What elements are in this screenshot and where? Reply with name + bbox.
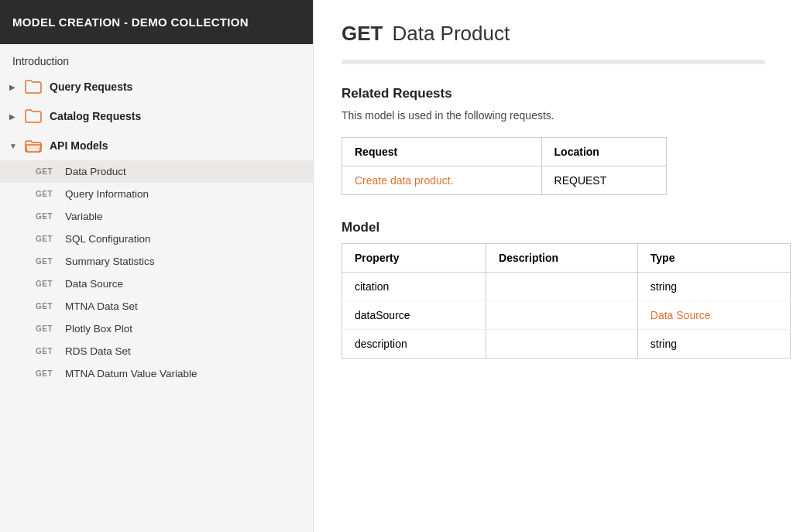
- sidebar-item-label: Variable: [65, 211, 103, 222]
- page-title-row: GET Data Product: [342, 22, 765, 46]
- sidebar-intro: Introduction: [0, 44, 313, 72]
- related-request-location: REQUEST: [541, 166, 666, 195]
- get-badge: GET: [36, 190, 57, 198]
- table-row: description string: [342, 330, 791, 359]
- sidebar-item-variable[interactable]: GET Variable: [0, 205, 313, 228]
- divider-bar: [342, 60, 765, 64]
- page-title-name: Data Product: [392, 22, 510, 46]
- model-table: Property Description Type citation strin…: [342, 243, 791, 359]
- related-requests-title: Related Requests: [342, 86, 765, 101]
- table-row: citation string: [342, 273, 791, 301]
- page-title-get: GET: [342, 22, 383, 46]
- sidebar-item-plotly-box-plot[interactable]: GET Plotly Box Plot: [0, 317, 313, 340]
- get-badge: GET: [36, 302, 57, 311]
- sidebar-item-mtna-data-set[interactable]: GET MTNA Data Set: [0, 295, 313, 317]
- sidebar-section-label: API Models: [50, 139, 108, 152]
- sidebar: MODEL CREATION - DEMO COLLECTION Introdu…: [0, 0, 314, 532]
- sidebar-item-label: Data Product: [65, 166, 126, 177]
- model-description-description: [486, 330, 638, 359]
- model-description-citation: [486, 273, 638, 301]
- sidebar-item-label: Summary Statistics: [65, 256, 155, 267]
- get-badge: GET: [36, 347, 57, 355]
- sidebar-section-label: Catalog Requests: [50, 110, 141, 122]
- get-badge: GET: [36, 280, 57, 288]
- sidebar-item-mtna-datum-value-variable[interactable]: GET MTNA Datum Value Variable: [0, 362, 313, 385]
- get-badge: GET: [36, 257, 57, 266]
- chevron-icon: ▶: [9, 112, 17, 121]
- chevron-icon: ▼: [9, 142, 17, 150]
- model-property-description: description: [342, 330, 486, 359]
- sidebar-item-rds-data-set[interactable]: GET RDS Data Set: [0, 340, 313, 362]
- related-request-link-cell[interactable]: Create data product.: [342, 166, 542, 195]
- sidebar-item-query-information[interactable]: GET Query Information: [0, 183, 313, 205]
- get-badge: GET: [36, 212, 57, 221]
- model-type-description: string: [637, 330, 790, 359]
- create-data-product-link[interactable]: Create data product.: [355, 174, 454, 187]
- sidebar-item-data-source[interactable]: GET Data Source: [0, 273, 313, 295]
- get-badge: GET: [36, 235, 57, 243]
- model-type-citation: string: [637, 273, 790, 301]
- model-property-datasource: dataSource: [342, 301, 486, 330]
- main-content: GET Data Product Related Requests This m…: [314, 0, 793, 532]
- sidebar-item-catalog-requests[interactable]: ▶ Catalog Requests: [0, 101, 313, 131]
- get-badge: GET: [36, 369, 57, 378]
- sidebar-item-data-product[interactable]: GET Data Product: [0, 160, 313, 183]
- sidebar-item-label: Data Source: [65, 278, 123, 290]
- related-table-header-request: Request: [342, 138, 542, 166]
- sidebar-header: MODEL CREATION - DEMO COLLECTION: [0, 0, 313, 44]
- sidebar-item-summary-statistics[interactable]: GET Summary Statistics: [0, 250, 313, 273]
- get-badge: GET: [36, 324, 57, 333]
- sidebar-item-label: Plotly Box Plot: [65, 323, 132, 335]
- sidebar-item-query-requests[interactable]: ▶ Query Requests: [0, 72, 313, 101]
- sidebar-item-label: Query Information: [65, 188, 149, 200]
- sidebar-header-title: MODEL CREATION - DEMO COLLECTION: [12, 15, 249, 29]
- model-description-datasource: [486, 301, 638, 330]
- model-header-type: Type: [637, 244, 790, 273]
- get-badge: GET: [36, 167, 57, 176]
- model-type-datasource[interactable]: Data Source: [637, 301, 790, 330]
- model-property-citation: citation: [342, 273, 486, 301]
- table-row: dataSource Data Source: [342, 301, 791, 330]
- model-header-property: Property: [342, 244, 486, 273]
- related-table-header-location: Location: [541, 138, 666, 166]
- data-source-type-link[interactable]: Data Source: [651, 309, 711, 321]
- table-row: Create data product. REQUEST: [342, 166, 667, 195]
- sidebar-item-api-models[interactable]: ▼ API Models: [0, 131, 313, 160]
- sidebar-item-label: MTNA Data Set: [65, 300, 138, 312]
- model-header-description: Description: [486, 244, 638, 273]
- folder-icon: [25, 109, 42, 123]
- related-requests-table: Request Location Create data product. RE…: [342, 137, 667, 195]
- sidebar-section-label: Query Requests: [50, 81, 132, 93]
- related-requests-desc: This model is used in the following requ…: [342, 109, 765, 122]
- model-section-title: Model: [342, 220, 765, 235]
- chevron-icon: ▶: [9, 83, 17, 91]
- folder-open-icon: [25, 139, 42, 153]
- sidebar-item-label: RDS Data Set: [65, 345, 131, 357]
- sidebar-item-label: SQL Configuration: [65, 233, 151, 245]
- folder-icon: [25, 80, 42, 94]
- sidebar-item-sql-configuration[interactable]: GET SQL Configuration: [0, 228, 313, 250]
- sidebar-item-label: MTNA Datum Value Variable: [65, 368, 197, 379]
